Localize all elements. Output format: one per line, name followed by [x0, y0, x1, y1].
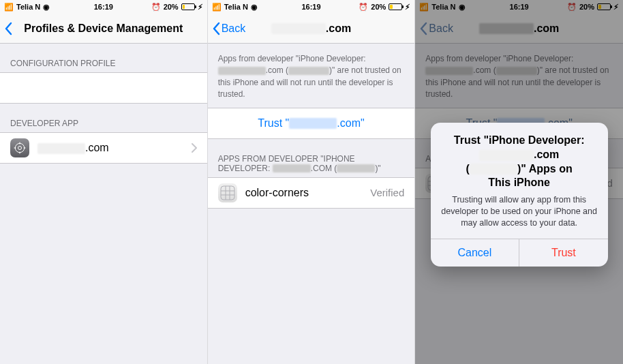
status-bar: 📶 Telia N ◉ 16:19 ⏰ 20% ⚡︎ — [0, 0, 207, 14]
screen-profiles: 📶 Telia N ◉ 16:19 ⏰ 20% ⚡︎ Profiles & De… — [0, 0, 208, 364]
page-title: .com — [271, 22, 351, 35]
redacted-at2 — [470, 164, 517, 175]
alert-title: Trust "iPhone Developer: .com ()" Apps o… — [440, 134, 598, 190]
redacted-title — [271, 23, 326, 34]
verified-label: Verified — [370, 187, 404, 198]
app-grid-icon — [218, 183, 237, 202]
trust-label: Trust ".com" — [218, 117, 405, 130]
screen-trust-alert: 📶 Telia N ◉ 16:19 ⏰ 20% ⚡︎ Back .com — [415, 0, 623, 364]
apps-section-header: APPS FROM DEVELOPER "IPHONE DEVELOPER: .… — [208, 139, 415, 177]
apps-group: color-corners Verified — [208, 177, 415, 209]
profile-group — [0, 72, 207, 104]
section-header-devapp: DEVELOPER APP — [0, 104, 207, 132]
chevron-left-icon — [4, 22, 12, 35]
svg-point-1 — [18, 147, 22, 150]
alert-body: Trust "iPhone Developer: .com ()" Apps o… — [431, 123, 608, 239]
alert-message: Trusting will allow any app from this de… — [440, 194, 598, 229]
developer-app-label: .com — [37, 142, 109, 154]
back-label: Back — [222, 22, 246, 35]
app-cell[interactable]: color-corners Verified — [208, 178, 415, 208]
settings-gear-icon — [10, 138, 29, 157]
clock: 16:19 — [0, 3, 207, 11]
page-title: Profiles & Device Management — [24, 22, 183, 35]
cancel-button[interactable]: Cancel — [431, 239, 519, 267]
nav-bar: Back .com — [208, 14, 415, 44]
trust-confirm-button[interactable]: Trust — [519, 239, 608, 267]
svg-point-0 — [15, 143, 24, 152]
battery-icon — [389, 3, 402, 10]
redacted-trust — [289, 118, 337, 129]
trust-group: Trust ".com" — [208, 108, 415, 139]
trust-alert: Trust "iPhone Developer: .com ()" Apps o… — [431, 123, 608, 267]
chevron-left-icon — [212, 22, 220, 35]
back-button[interactable]: Back — [212, 14, 246, 43]
profile-cell[interactable] — [0, 73, 207, 103]
developer-app-cell[interactable]: .com — [0, 133, 207, 163]
screen-developer-detail: 📶 Telia N ◉ 16:19 ⏰ 20% ⚡︎ Back .com — [208, 0, 416, 364]
chevron-right-icon — [192, 143, 197, 153]
app-name: color-corners — [245, 187, 309, 199]
section-header-profile: CONFIGURATION PROFILE — [0, 44, 207, 72]
nav-bar: Profiles & Device Management — [0, 14, 207, 44]
redacted-hdr-b — [337, 164, 375, 172]
redacted-dev-a — [218, 67, 266, 75]
battery-icon — [181, 3, 195, 10]
redacted-devname — [37, 143, 85, 154]
devapp-group: .com — [0, 132, 207, 164]
redacted-at1 — [479, 150, 534, 161]
trust-button[interactable]: Trust ".com" — [208, 108, 415, 138]
back-button[interactable] — [4, 14, 14, 43]
status-bar: 📶 Telia N ◉ 16:19 ⏰ 20% ⚡︎ — [208, 0, 415, 14]
svg-rect-6 — [221, 186, 234, 200]
clock: 16:19 — [208, 3, 415, 11]
redacted-dev-b — [288, 67, 329, 75]
redacted-hdr-a — [273, 164, 311, 172]
alert-buttons: Cancel Trust — [431, 239, 608, 267]
trust-description: Apps from developer "iPhone Developer: .… — [208, 44, 415, 108]
